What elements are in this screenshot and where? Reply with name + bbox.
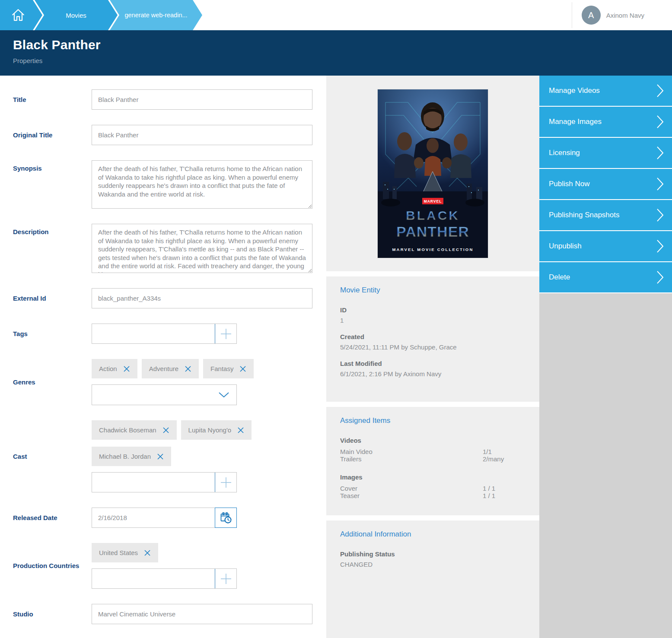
- add-cast-button[interactable]: [215, 473, 236, 492]
- images-group: Images Cover 1 / 1 Teaser 1 / 1: [340, 473, 525, 499]
- cast-input[interactable]: [92, 473, 215, 492]
- tags-input-group: [92, 324, 237, 344]
- svg-text:MARVEL: MARVEL: [424, 199, 442, 203]
- genre-chip: Action: [92, 359, 137, 378]
- released-date-input[interactable]: [92, 508, 215, 528]
- genres-chips: Action Adventure: [92, 359, 312, 378]
- remove-icon[interactable]: [237, 427, 244, 434]
- marvel-badge: MARVEL: [422, 198, 443, 204]
- original-title-input[interactable]: [92, 125, 312, 145]
- info-panel: MARVEL BLACK PANTHER MARVEL MOVIE COLLEC…: [326, 76, 539, 638]
- studio-input[interactable]: [92, 604, 312, 624]
- add-tag-button[interactable]: [215, 324, 236, 343]
- action-button-label: Publishing Snapshots: [549, 211, 620, 219]
- cast-chip: Chadwick Boseman: [92, 420, 177, 440]
- assigned-row: Trailers 2/many: [340, 455, 525, 463]
- remove-icon[interactable]: [144, 549, 151, 556]
- assigned-row-value: 1/1: [483, 448, 525, 455]
- videos-group: Videos Main Video 1/1 Trailers 2/many: [340, 437, 525, 463]
- external-id-input[interactable]: [92, 288, 312, 308]
- calendar-clock-icon: [220, 512, 232, 524]
- action-button-label: Licensing: [549, 149, 580, 157]
- synopsis-label: Synopsis: [13, 160, 92, 173]
- production-countries-row: Production Countries United States: [13, 543, 312, 589]
- additional-info-section: Additional Information Publishing Status…: [326, 521, 539, 638]
- action-button[interactable]: Unpublish: [539, 231, 672, 261]
- remove-icon[interactable]: [162, 427, 169, 434]
- action-button[interactable]: Publish Now: [539, 169, 672, 199]
- production-countries-chips: United States: [92, 543, 312, 562]
- assigned-items-heading: Assigned Items: [340, 416, 525, 425]
- title-input[interactable]: [92, 89, 312, 110]
- entity-field-value: 5/24/2021, 11:11 PM by Schuppe, Grace: [340, 343, 525, 351]
- assigned-row: Cover 1 / 1: [340, 485, 525, 492]
- chevron-down-icon: [219, 392, 229, 398]
- cast-input-group: [92, 472, 237, 492]
- synopsis-textarea[interactable]: After the death of his father, T'Challa …: [92, 160, 312, 209]
- properties-form: Title Original Title Synopsis After the …: [0, 76, 326, 638]
- studio-row: Studio: [13, 604, 312, 624]
- tags-input[interactable]: [92, 324, 215, 343]
- entity-field: Created 5/24/2021, 11:11 PM by Schuppe, …: [340, 333, 525, 351]
- genres-field: Action Adventure: [92, 359, 312, 405]
- date-picker-button[interactable]: [215, 508, 237, 528]
- synopsis-row: Synopsis After the death of his father, …: [13, 160, 312, 209]
- action-button[interactable]: Publishing Snapshots: [539, 200, 672, 230]
- action-button-label: Publish Now: [549, 180, 590, 188]
- chip-label: Fantasy: [210, 365, 233, 372]
- movie-entity-heading: Movie Entity: [340, 286, 525, 295]
- action-button[interactable]: Licensing: [539, 138, 672, 168]
- svg-text:PANTHER: PANTHER: [396, 223, 469, 240]
- cast-field: Chadwick Boseman Lupita Nyong'o: [92, 420, 312, 492]
- images-group-label: Images: [340, 473, 525, 481]
- remove-icon[interactable]: [123, 365, 130, 372]
- breadcrumb-label: Movies: [66, 12, 86, 19]
- user-name: Axinom Navy: [606, 12, 644, 19]
- chip-label: Adventure: [149, 365, 178, 372]
- videos-group-label: Videos: [340, 437, 525, 444]
- assigned-row-name: Trailers: [340, 455, 483, 463]
- description-textarea[interactable]: After the death of his father, T'Challa …: [92, 224, 312, 273]
- plus-icon: [220, 328, 232, 340]
- breadcrumb-item-movies[interactable]: Movies: [35, 0, 118, 30]
- genres-label: Genres: [13, 378, 92, 387]
- remove-icon[interactable]: [157, 453, 164, 460]
- chevron-right-icon: [656, 146, 664, 160]
- chip-label: Lupita Nyong'o: [188, 426, 232, 434]
- title-row: Title: [13, 89, 312, 110]
- studio-label: Studio: [13, 610, 92, 619]
- production-countries-input[interactable]: [92, 569, 215, 588]
- user-menu[interactable]: A Axinom Navy: [572, 2, 672, 28]
- chip-label: Action: [99, 365, 117, 372]
- additional-field-label: Publishing Status: [340, 550, 525, 558]
- action-button[interactable]: Manage Images: [539, 107, 672, 137]
- additional-field-value: CHANGED: [340, 561, 525, 568]
- poster-title: BLACK PANTHER: [396, 208, 469, 240]
- production-countries-field: United States: [92, 543, 312, 589]
- chevron-right-icon: [656, 177, 664, 191]
- add-country-button[interactable]: [215, 569, 236, 588]
- cast-chip: Michael B. Jordan: [92, 447, 171, 466]
- breadcrumb-bar: Movies generate web-readin... A Axinom N…: [0, 0, 672, 30]
- chevron-right-icon: [656, 84, 664, 98]
- action-button[interactable]: Manage Videos: [539, 76, 672, 106]
- plus-icon: [220, 476, 232, 489]
- title-label: Title: [13, 95, 92, 104]
- description-label: Description: [13, 224, 92, 236]
- genres-dropdown[interactable]: [92, 384, 237, 405]
- breadcrumb-item-current[interactable]: generate web-readin...: [110, 0, 202, 30]
- movie-poster-image: MARVEL BLACK PANTHER MARVEL MOVIE COLLEC…: [378, 89, 488, 258]
- assigned-row-value: 1 / 1: [483, 492, 525, 499]
- action-button-label: Delete: [549, 273, 570, 281]
- entity-field: Last Modified 6/1/2021, 2:16 PM by Axino…: [340, 360, 525, 378]
- external-id-row: External Id: [13, 288, 312, 308]
- remove-icon[interactable]: [239, 365, 246, 372]
- breadcrumb-label: generate web-readin...: [124, 12, 187, 19]
- country-chip: United States: [92, 543, 158, 562]
- breadcrumb-home[interactable]: [0, 0, 42, 30]
- plus-icon: [220, 573, 232, 585]
- remove-icon[interactable]: [185, 365, 191, 372]
- chevron-right-icon: [656, 239, 664, 253]
- additional-info-heading: Additional Information: [340, 530, 525, 539]
- action-button[interactable]: Delete: [539, 262, 672, 292]
